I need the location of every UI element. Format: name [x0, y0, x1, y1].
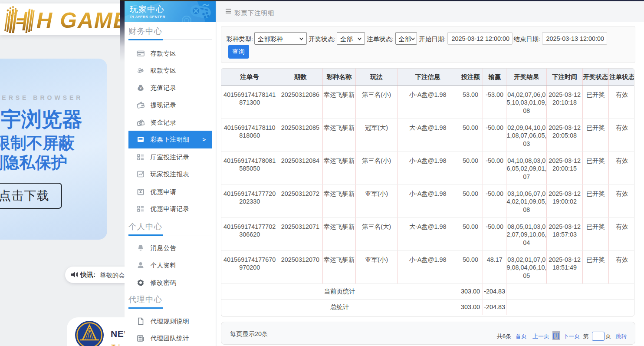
- svg-text:¥: ¥: [140, 86, 142, 90]
- svg-text:H GAME: H GAME: [36, 8, 125, 33]
